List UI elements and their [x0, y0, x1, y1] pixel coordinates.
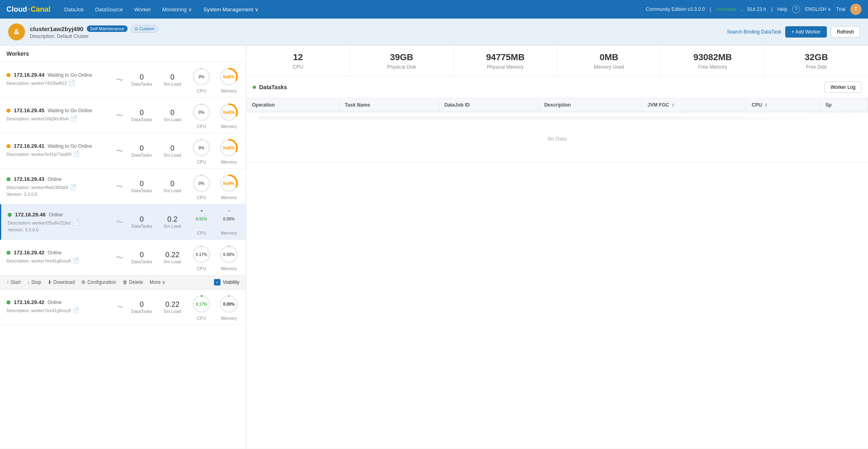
configuration-button[interactable]: ⚙ Configuration — [81, 279, 116, 286]
mem-circle-4: 0.00% Memory — [218, 208, 239, 235]
mem-circle-5: 0.00% Memory — [218, 244, 239, 271]
start-button[interactable]: ↑ Start — [6, 279, 21, 286]
load-bottom: 0.22 5m Load — [160, 300, 185, 314]
th-operation[interactable]: Operation — [246, 98, 339, 112]
viability-toggle[interactable]: ✓ Viability — [214, 279, 239, 285]
wave-icon-bottom[interactable]: 〜 — [117, 304, 123, 311]
worker-desc-3: Description: worker4fwlx380qhf 📄 — [6, 184, 113, 190]
worker-row1-2: 172.16.29.41 Waiting to Go Online — [6, 143, 113, 149]
stats-row: 12CPU39GBPhysical Disk94775MBPhysical Me… — [246, 46, 868, 77]
th-description[interactable]: Description — [538, 98, 642, 112]
trial-label: Trial — [836, 6, 845, 12]
search-binding-link[interactable]: Search Binding DataTask — [727, 29, 781, 35]
cpu-circle-3: 0% CPU — [191, 173, 212, 200]
doc-icon-5[interactable]: 📄 — [72, 257, 79, 264]
load-metric-3: 0 5m Load — [160, 180, 185, 193]
worker-item-4[interactable]: 172.16.29.46 Online Description: workerI… — [0, 204, 246, 240]
worker-log-button[interactable]: Worker Log — [824, 82, 862, 93]
worker-right-5: 〜 0 DataTasks 0.22 5m Load 0.17% — [116, 244, 239, 271]
mem-circle-0: NaN% Memory — [218, 66, 239, 93]
worker-version-3: Version: 3.3.0.0 — [6, 192, 113, 197]
doc-icon-4[interactable]: 📄 — [72, 219, 79, 226]
language-selector[interactable]: ENGLISH ∨ — [805, 6, 831, 12]
nav-worker[interactable]: Worker — [133, 5, 152, 14]
help-text[interactable]: Help — [777, 6, 787, 12]
start-icon: ↑ — [6, 279, 9, 285]
green-dot — [253, 86, 256, 89]
worker-content-2: 172.16.29.41 Waiting to Go Online Descri… — [6, 137, 239, 164]
datatasks-table: Operation Task Name DataJob ID Descripti… — [246, 98, 868, 162]
nav-datasource[interactable]: DataSource — [94, 5, 124, 14]
cluster-name-text: cluster1aw2byj490 — [30, 25, 84, 32]
th-taskname[interactable]: Task Name — [339, 98, 439, 112]
wave-icon-5[interactable]: 〜 — [116, 253, 123, 262]
worker-left-3: 172.16.29.43 Online Description: worker4… — [6, 176, 113, 197]
wave-icon-0[interactable]: 〜 — [116, 75, 123, 85]
worker-ip-3: 172.16.29.43 — [14, 176, 44, 182]
wave-icon-4[interactable]: 〜 — [116, 217, 123, 227]
nav-right-section: Community Edition v3.3.0.0 (Activated, 9… — [646, 4, 862, 15]
cpu-circle-bottom: 0.17% CPU — [191, 294, 212, 321]
th-datajobid[interactable]: DataJob ID — [438, 98, 538, 112]
worker-item-1[interactable]: 172.16.29.45 Waiting to Go Online Descri… — [0, 98, 246, 133]
doc-icon-3[interactable]: 📄 — [69, 184, 76, 190]
nav-monitoring[interactable]: Monitoring ∨ — [161, 5, 193, 14]
worker-item-0[interactable]: 172.16.29.44 Waiting to Go Online Descri… — [0, 62, 246, 98]
datatasks-metric-0: 0 DataTasks — [130, 73, 154, 86]
doc-icon-1[interactable]: 📄 — [70, 115, 77, 122]
worker-row1-bottom: 172.16.29.42 Online — [6, 299, 114, 305]
activated-status: Activated — [716, 6, 736, 12]
config-icon: ⚙ — [81, 279, 86, 285]
wave-icon-3[interactable]: 〜 — [116, 182, 123, 191]
status-dot-0 — [6, 73, 10, 77]
app-logo[interactable]: Cloud·Canal — [6, 5, 50, 14]
doc-icon-bottom[interactable]: 📄 — [72, 307, 79, 313]
more-button[interactable]: More ∨ — [149, 279, 166, 286]
worker-version-4: Version: 3.3.0.0 — [8, 227, 113, 232]
nav-datajob[interactable]: DataJob — [63, 5, 84, 14]
doc-icon-0[interactable]: 📄 — [68, 80, 75, 86]
wave-icon-2[interactable]: 〜 — [116, 146, 123, 156]
worker-item-5[interactable]: 172.16.29.42 Online Description: worker7… — [0, 240, 246, 275]
workers-title: Workers — [0, 46, 246, 62]
datatasks-metric-1: 0 DataTasks — [130, 109, 154, 122]
load-metric-5: 0.22 5m Load — [160, 251, 185, 264]
worker-item-3[interactable]: 172.16.29.43 Online Description: worker4… — [0, 169, 246, 204]
datatasks-metric-4: 0 DataTasks — [130, 215, 154, 229]
workers-panel: Workers 172.16.29.44 Waiting to Go Onlin… — [0, 46, 246, 449]
datatasks-metric-2: 0 DataTasks — [130, 144, 154, 157]
worker-status-0: Waiting to Go Online — [48, 72, 92, 78]
worker-item-2[interactable]: 172.16.29.41 Waiting to Go Online Descri… — [0, 133, 246, 169]
status-dot-green-bottom — [6, 300, 10, 304]
scrollbar-hint[interactable] — [258, 116, 856, 120]
worker-item-bottom[interactable]: 172.16.29.42 Online Description: worker7… — [0, 290, 246, 325]
delete-button[interactable]: 🗑 Delete — [123, 279, 143, 286]
worker-row1-0: 172.16.29.44 Waiting to Go Online — [6, 72, 113, 78]
no-data-row: No Data — [246, 112, 868, 162]
avatar[interactable]: T — [850, 4, 862, 15]
stop-button[interactable]: ↓ Stop — [27, 279, 41, 286]
help-icon[interactable]: ? — [792, 5, 800, 13]
doc-icon-2[interactable]: 📄 — [73, 151, 80, 157]
stop-icon: ↓ — [27, 279, 29, 285]
status-dot-3 — [6, 177, 10, 181]
viability-label: Viability — [223, 279, 239, 285]
download-button[interactable]: ⬇ Download — [48, 279, 75, 286]
th-jvmfgc[interactable]: JVM FGC ⇕ — [642, 98, 746, 112]
th-sp[interactable]: Sp — [820, 98, 868, 112]
viability-checkbox[interactable]: ✓ — [214, 279, 220, 285]
nav-system-management[interactable]: System Management ∨ — [203, 5, 259, 14]
worker-content-0: 172.16.29.44 Waiting to Go Online Descri… — [6, 66, 239, 93]
worker-desc-4: Description: workerI25u8v221kz 📄 — [8, 219, 113, 226]
wave-icon-1[interactable]: 〜 — [116, 111, 123, 120]
status-dot-5 — [6, 251, 10, 255]
badge-self-maintenance: Self Maintenance — [87, 25, 128, 32]
top-navigation: Cloud·Canal DataJob DataSource Worker Mo… — [0, 0, 868, 19]
status-dot-1 — [6, 109, 10, 113]
worker-desc-2: Description: worker3v41p71bq09 📄 — [6, 151, 113, 157]
refresh-button[interactable]: Refresh — [831, 26, 860, 38]
worker-right-1: 〜 0 DataTasks 0 5m Load 0% — [116, 102, 239, 129]
add-worker-button[interactable]: + Add Worker — [785, 26, 827, 38]
th-cpu[interactable]: CPU ⇕ — [746, 98, 819, 112]
worker-status-bottom: Online — [48, 300, 62, 305]
